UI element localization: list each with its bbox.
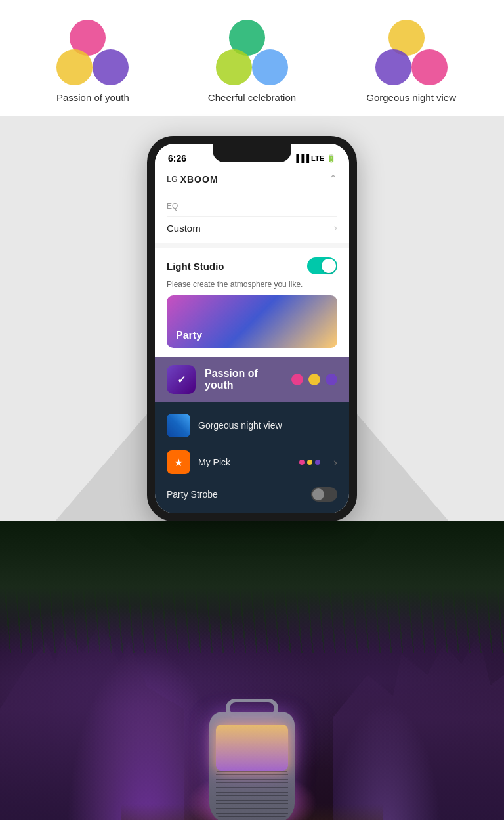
light-studio-toggle[interactable] xyxy=(307,257,337,274)
party-strobe-toggle[interactable] xyxy=(311,487,337,502)
mypick-item-text: My Pick xyxy=(198,457,291,467)
passion-dot-pink xyxy=(291,374,303,385)
speaker-body xyxy=(209,712,295,820)
themes-section: Passion of youth Cheerful celebration Go… xyxy=(0,0,504,116)
phone-section: 6:26 ▐▐▐ LTE 🔋 LG XBOOM ⌃ EQ xyxy=(0,116,504,521)
passion-dots xyxy=(291,374,337,385)
passion-circle-2 xyxy=(56,49,93,85)
eq-custom-text: Custom xyxy=(167,223,201,234)
light-cast-right xyxy=(320,679,452,820)
speaker-mesh xyxy=(216,771,288,817)
passion-dot-purple xyxy=(326,374,337,385)
mypick-dot-2 xyxy=(307,460,312,465)
mypick-dot-1 xyxy=(299,460,304,465)
passion-row[interactable]: Passion of youth xyxy=(155,357,349,402)
gorgeous-item-text: Gorgeous night view xyxy=(198,420,337,431)
app-header: LG XBOOM ⌃ xyxy=(155,167,349,192)
eq-custom-row[interactable]: Custom › xyxy=(167,216,337,239)
cheerful-label: Cheerful celebration xyxy=(208,92,296,103)
theme-gorgeous[interactable]: Gorgeous night view xyxy=(346,20,477,103)
mypick-list-item[interactable]: ★ My Pick › xyxy=(155,444,349,481)
speaker-handle xyxy=(226,699,278,718)
passion-circles xyxy=(56,20,129,85)
eq-label: EQ xyxy=(167,202,337,211)
phone-screen: 6:26 ▐▐▐ LTE 🔋 LG XBOOM ⌃ EQ xyxy=(155,144,349,513)
atmosphere-text: Please create the atmosphere you like. xyxy=(167,280,337,289)
app-brand: LG xyxy=(167,175,178,184)
party-scene xyxy=(0,521,504,820)
battery-icon: 🔋 xyxy=(327,154,336,163)
speaker-container xyxy=(209,712,295,820)
gorgeous-list-item[interactable]: Gorgeous night view xyxy=(155,407,349,444)
gorgeous-label: Gorgeous night view xyxy=(366,92,456,103)
mypick-dots xyxy=(299,460,320,465)
app-logo: LG XBOOM xyxy=(167,174,219,184)
passion-row-label: Passion of youth xyxy=(205,368,282,391)
gorgeous-circles xyxy=(375,20,448,85)
gorgeous-circle-3 xyxy=(411,49,448,85)
theme-cheerful[interactable]: Cheerful celebration xyxy=(186,20,318,103)
theme-passion[interactable]: Passion of youth xyxy=(27,20,158,103)
gorgeous-circle-2 xyxy=(375,49,411,85)
passion-circle-3 xyxy=(93,49,129,85)
mypick-dot-3 xyxy=(315,460,320,465)
party-card[interactable]: Party xyxy=(167,295,337,348)
app-name: XBOOM xyxy=(180,174,219,184)
party-photo-section xyxy=(0,521,504,820)
status-time: 6:26 xyxy=(168,153,186,163)
eq-chevron-icon: › xyxy=(334,222,337,234)
mypick-icon-symbol: ★ xyxy=(174,456,183,469)
speaker-light xyxy=(216,725,288,771)
mypick-chevron-icon: › xyxy=(333,456,337,469)
cheerful-circles xyxy=(216,20,288,85)
passion-dot-yellow xyxy=(308,374,320,385)
phone-frame: 6:26 ▐▐▐ LTE 🔋 LG XBOOM ⌃ EQ xyxy=(147,136,357,521)
collapse-icon[interactable]: ⌃ xyxy=(329,173,337,185)
eq-section: EQ Custom › xyxy=(155,192,349,243)
mypick-icon: ★ xyxy=(167,450,190,474)
passion-label: Passion of youth xyxy=(56,92,129,103)
phone-notch xyxy=(213,144,291,162)
passion-icon xyxy=(167,365,196,394)
cheerful-circle-2 xyxy=(216,49,252,85)
light-studio-row: Light Studio xyxy=(167,257,337,274)
party-strobe-label: Party Strobe xyxy=(167,489,218,500)
cheerful-circle-3 xyxy=(252,49,288,85)
gorgeous-icon-inner xyxy=(167,414,190,437)
status-icons: ▐▐▐ LTE 🔋 xyxy=(294,154,336,163)
signal-icon: ▐▐▐ LTE xyxy=(294,154,324,162)
dark-list: Gorgeous night view ★ My Pick xyxy=(155,402,349,513)
party-strobe-row: Party Strobe xyxy=(155,481,349,508)
dark-section: Gorgeous night view ★ My Pick xyxy=(155,402,349,513)
phone-wrapper: 6:26 ▐▐▐ LTE 🔋 LG XBOOM ⌃ EQ xyxy=(147,136,357,521)
gorgeous-icon xyxy=(167,414,190,437)
party-card-label: Party xyxy=(176,330,202,341)
light-studio-section: Light Studio Please create the atmospher… xyxy=(155,243,349,357)
light-studio-label: Light Studio xyxy=(167,261,224,272)
